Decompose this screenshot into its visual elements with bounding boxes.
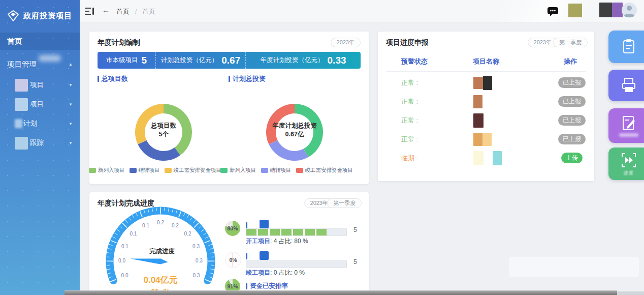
redacted-block <box>473 151 484 165</box>
gauge-tick <box>156 208 157 211</box>
chevron-up-icon[interactable]: ▲ <box>69 62 73 67</box>
table-row-0: 正常 :已上报 <box>378 73 594 92</box>
bar-caption: 竣工项目: 0 占比: 0 % <box>246 269 305 277</box>
redacted-block <box>473 113 484 128</box>
submitted-button[interactable]: 已上报 <box>558 134 586 144</box>
annual-plan-title: 年度计划编制 <box>98 38 140 47</box>
donut-center-value: 0.67亿 <box>262 130 328 139</box>
collapse-menu-icon[interactable] <box>85 7 95 15</box>
completion-gauge: 0.00.00.10.10.10.20.20.20.30.30.3完成进度0.0… <box>89 206 242 295</box>
gauge-center-label: 完成进度 <box>149 248 175 255</box>
fab-clipboard-button[interactable] <box>608 31 644 63</box>
progress-report-title: 项目进度申报 <box>386 38 429 47</box>
bar-caption-values: : 0 占比: 0 % <box>270 269 305 276</box>
breadcrumb: 首页 / 首页 <box>116 7 155 16</box>
gauge-tick-label: 0.2 <box>184 231 191 237</box>
app-logo-icon <box>7 9 20 22</box>
upload-button[interactable]: 上传 <box>561 153 583 163</box>
mini-pie-label: 0% <box>229 257 237 263</box>
table-row-1: 正常 :已上报 <box>378 92 594 111</box>
chevron-down-icon[interactable]: ▼ <box>69 102 73 107</box>
redacted-blur <box>15 119 22 128</box>
bar-max-label: 5 <box>353 258 357 266</box>
topbar-streak <box>319 0 644 22</box>
edit-doc-icon <box>620 114 637 132</box>
redacted-block <box>15 79 28 92</box>
status-badge: 正常 : <box>401 135 458 144</box>
gauge-tick-label: 0.3 <box>196 258 203 263</box>
fab-fast-forward-button[interactable]: 进度 <box>608 148 644 180</box>
progress-bar-fill <box>246 229 327 235</box>
report-table-header: 预警状态 项目名称 操作 <box>378 57 594 70</box>
stat-city-projects: 市本级项目 5 <box>98 52 155 69</box>
legend-item[interactable]: 新列入项目 <box>220 167 256 174</box>
gauge-tick <box>165 208 165 211</box>
legend-item[interactable]: 结转项目 <box>261 167 292 174</box>
chevron-down-icon[interactable]: ▼ <box>69 83 73 87</box>
donut-center-title: 总项目数 <box>131 122 197 130</box>
quarter-filter-pill[interactable]: 第一季度 <box>553 38 588 47</box>
quarter-filter-pill[interactable]: 第一季度 <box>327 198 362 208</box>
redacted-block-purple <box>612 3 623 17</box>
bar-max-label: 5 <box>353 226 357 233</box>
submitted-button[interactable]: 已上报 <box>558 96 586 107</box>
gauge-amount-text: 0.04亿元 <box>143 275 177 285</box>
submitted-button[interactable]: 已上报 <box>558 115 586 126</box>
redacted-block <box>482 133 492 146</box>
sidebar-item-2[interactable]: 项目▼ <box>0 75 80 95</box>
sidebar-item-4[interactable]: 计划▼ <box>0 114 80 133</box>
progress-bar-track <box>246 260 347 268</box>
mini-pie-0%: 0% <box>225 252 241 268</box>
progress-report-card: 项目进度申报 2023年 第一季度 预警状态 项目名称 操作 正常 :已上报正常… <box>378 32 594 181</box>
sidebar-item-label: 项目管理 <box>7 60 37 69</box>
section-title-total-projects: 总项目数 <box>98 74 128 83</box>
legend-swatch <box>130 168 137 173</box>
sidebar-item-0[interactable]: 首页 <box>0 33 80 50</box>
user-avatar[interactable] <box>622 3 637 18</box>
year-filter-pill[interactable]: 2023年 <box>331 38 361 47</box>
bottom-scrollbar[interactable] <box>65 290 617 295</box>
legend-label: 竣工需安排资金项目 <box>305 167 353 174</box>
legend-item[interactable]: 结转项目 <box>130 167 160 174</box>
stat-label: 市本级项目 <box>106 56 138 65</box>
chevron-down-icon[interactable]: ▼ <box>69 141 73 145</box>
fab-edit-doc-button[interactable] <box>608 108 644 143</box>
legend-item[interactable]: 竣工需安排资金项目 <box>296 167 353 174</box>
bottom-scrollbar-end <box>617 291 644 295</box>
stat-label: 年度计划投资（亿元） <box>261 56 324 65</box>
sidebar-item-5[interactable]: 跟踪▼ <box>0 133 80 153</box>
gauge-tick-label: 0.0 <box>118 258 125 263</box>
back-arrow-icon[interactable]: ← <box>102 6 110 14</box>
top-bar: ← 首页 / 首页 <box>80 0 644 23</box>
zero-divider-line <box>233 253 233 267</box>
table-row-2: 正常 :已上报 <box>378 111 594 130</box>
chevron-down-icon[interactable]: ▼ <box>69 122 73 126</box>
stat-value: 0.33 <box>328 55 346 66</box>
action-cell: 已上报 <box>558 77 586 88</box>
redacted-project-name <box>458 76 558 90</box>
gauge-svg: 0.00.00.10.10.10.20.20.20.30.30.3完成进度0.0… <box>89 206 242 295</box>
stat-value: 5 <box>141 55 147 66</box>
breadcrumb-root[interactable]: 首页 <box>116 8 130 15</box>
sidebar-menu: 首页项目管理▲项目▼项目▼计划▼跟踪▼ <box>0 33 80 153</box>
sidebar-item-1[interactable]: 项目管理▲ <box>0 55 80 73</box>
legend-item[interactable]: 竣工需安排资金项目 <box>165 167 222 174</box>
donut-legend-total-investment: 新列入项目结转项目竣工需安排资金项目 <box>221 167 352 174</box>
column-actions: 操作 <box>564 57 577 66</box>
message-icon[interactable] <box>547 6 559 17</box>
sidebar-item-3[interactable]: 项目▼ <box>0 95 80 114</box>
column-project-name: 项目名称 <box>378 57 594 66</box>
legend-label: 结转项目 <box>139 167 160 174</box>
legend-label: 竣工需安排资金项目 <box>174 167 222 174</box>
submitted-button[interactable]: 已上报 <box>558 77 586 88</box>
redacted-project-name <box>458 151 558 165</box>
redacted-block <box>473 95 482 108</box>
donut-slice-结转项目 <box>138 140 180 161</box>
status-badge: 正常 : <box>401 97 458 106</box>
legend-item[interactable]: 新列入项目 <box>89 167 125 174</box>
fab-printer-button[interactable] <box>608 70 644 101</box>
plan-stat-bar: 市本级项目 5 计划总投资（亿元） 0.67 年度计划投资（亿元） 0.33 <box>98 52 361 69</box>
legend-swatch <box>261 168 268 173</box>
action-cell: 已上报 <box>558 134 586 144</box>
bar-marker-square <box>260 251 269 260</box>
